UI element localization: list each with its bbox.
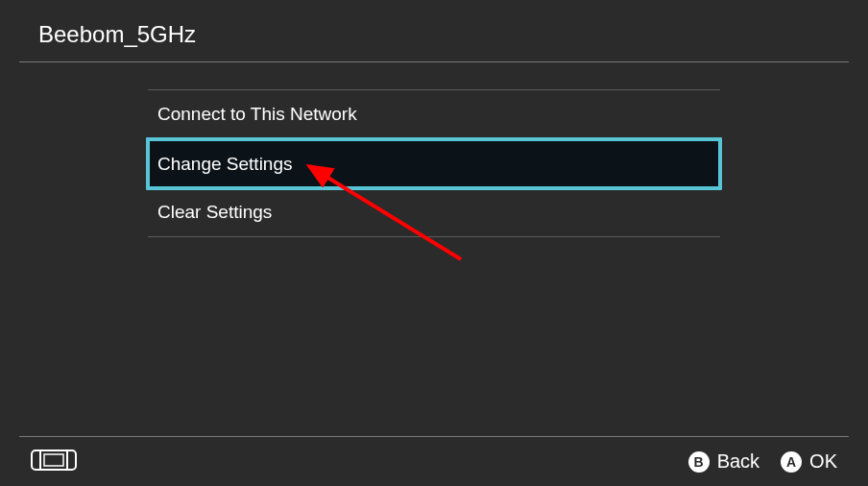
page-title: Beebom_5GHz xyxy=(38,21,830,48)
back-label: Back xyxy=(717,450,760,473)
header-divider xyxy=(19,61,849,62)
menu-item-change-settings[interactable]: Change Settings xyxy=(146,137,722,190)
back-button[interactable]: B Back xyxy=(688,450,760,473)
footer-bar: B Back A OK xyxy=(19,436,849,486)
controller-icon xyxy=(31,450,77,474)
ok-label: OK xyxy=(809,450,837,473)
menu-item-label: Change Settings xyxy=(157,154,293,175)
menu-item-connect[interactable]: Connect to This Network xyxy=(148,90,720,139)
menu-item-label: Connect to This Network xyxy=(157,104,357,125)
header: Beebom_5GHz xyxy=(0,0,868,61)
svg-rect-5 xyxy=(44,454,63,466)
menu-item-label: Clear Settings xyxy=(157,202,272,223)
menu-list: Connect to This Network Change Settings … xyxy=(148,89,720,237)
footer-buttons: B Back A OK xyxy=(688,450,837,473)
svg-rect-2 xyxy=(32,450,76,470)
ok-button[interactable]: A OK xyxy=(781,450,837,473)
menu-item-clear-settings[interactable]: Clear Settings xyxy=(148,188,720,237)
b-button-icon: B xyxy=(688,451,710,473)
menu-area: Connect to This Network Change Settings … xyxy=(148,89,720,237)
a-button-icon: A xyxy=(781,451,802,473)
